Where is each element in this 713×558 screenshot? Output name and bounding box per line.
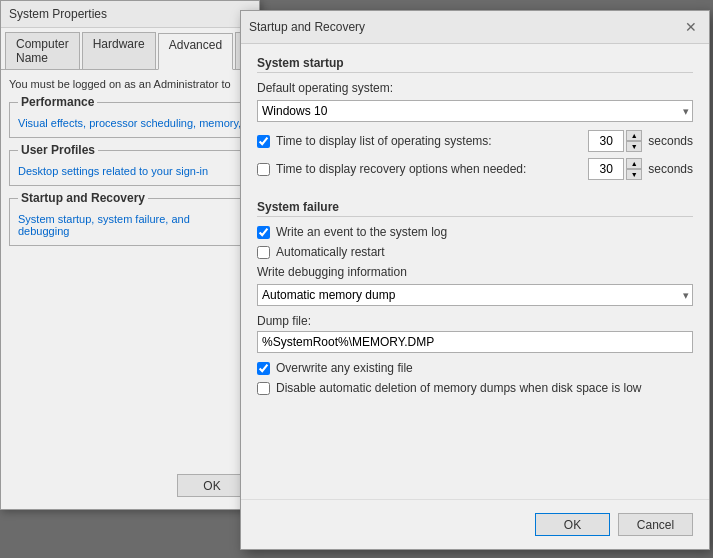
disable-auto-delete-label: Disable automatic deletion of memory dum…	[276, 381, 642, 395]
auto-restart-label: Automatically restart	[276, 245, 385, 259]
system-failure-label: System failure	[257, 200, 693, 217]
tab-hardware[interactable]: Hardware	[82, 32, 156, 69]
dump-file-label: Dump file:	[257, 314, 693, 328]
disable-auto-delete-row[interactable]: Disable automatic deletion of memory dum…	[257, 381, 693, 395]
user-profiles-section: User Profiles Desktop settings related t…	[9, 150, 251, 186]
debug-dropdown-row: Automatic memory dump	[257, 284, 693, 306]
sar-content: System startup Default operating system:…	[241, 44, 709, 522]
sys-props-titlebar: System Properties	[1, 1, 259, 28]
sys-props-tabs: Computer Name Hardware Advanced Syst	[1, 28, 259, 70]
system-startup-label: System startup	[257, 56, 693, 73]
time-display-recovery-checkbox[interactable]	[257, 163, 270, 176]
write-debug-label: Write debugging information	[257, 265, 693, 279]
overwrite-checkbox[interactable]	[257, 362, 270, 375]
time-display-list-checkbox-label[interactable]: Time to display list of operating system…	[257, 134, 588, 148]
time-display-recovery-unit: seconds	[648, 162, 693, 176]
time-display-recovery-label: Time to display recovery options when ne…	[276, 162, 526, 176]
performance-section: Performance Visual effects, processor sc…	[9, 102, 251, 138]
time-display-list-down[interactable]: ▼	[626, 141, 642, 152]
dump-file-input[interactable]	[257, 331, 693, 353]
startup-recovery-body: System startup, system failure, and debu…	[18, 213, 242, 237]
overwrite-row[interactable]: Overwrite any existing file	[257, 361, 693, 375]
admin-note: You must be logged on as an Administrato…	[9, 78, 251, 90]
default-os-label: Default operating system:	[257, 81, 693, 95]
write-event-label: Write an event to the system log	[276, 225, 447, 239]
default-os-select-wrapper[interactable]: Windows 10	[257, 100, 693, 122]
time-display-list-row: Time to display list of operating system…	[257, 130, 693, 152]
tab-advanced[interactable]: Advanced	[158, 33, 233, 70]
time-display-list-checkbox[interactable]	[257, 135, 270, 148]
write-event-row[interactable]: Write an event to the system log	[257, 225, 693, 239]
write-event-checkbox[interactable]	[257, 226, 270, 239]
auto-restart-checkbox[interactable]	[257, 246, 270, 259]
time-display-recovery-spinner: ▲ ▼ seconds	[588, 158, 693, 180]
time-display-recovery-up[interactable]: ▲	[626, 158, 642, 169]
time-display-list-spinner-buttons: ▲ ▼	[626, 130, 642, 152]
debug-select-wrapper[interactable]: Automatic memory dump	[257, 284, 693, 306]
auto-restart-row[interactable]: Automatically restart	[257, 245, 693, 259]
sys-props-ok-button[interactable]: OK	[177, 474, 247, 497]
close-button[interactable]: ✕	[681, 17, 701, 37]
performance-title: Performance	[18, 95, 97, 109]
sys-props-title: System Properties	[9, 7, 107, 21]
overwrite-label: Overwrite any existing file	[276, 361, 413, 375]
sar-dialog-title: Startup and Recovery	[249, 20, 365, 34]
time-display-list-spinner: ▲ ▼ seconds	[588, 130, 693, 152]
sar-titlebar: Startup and Recovery ✕	[241, 11, 709, 44]
time-display-list-input[interactable]	[588, 130, 624, 152]
time-display-recovery-row: Time to display recovery options when ne…	[257, 158, 693, 180]
time-display-recovery-checkbox-label[interactable]: Time to display recovery options when ne…	[257, 162, 588, 176]
user-profiles-body: Desktop settings related to your sign-in	[18, 165, 242, 177]
disable-auto-delete-checkbox[interactable]	[257, 382, 270, 395]
time-display-list-label: Time to display list of operating system…	[276, 134, 492, 148]
system-properties-window: System Properties Computer Name Hardware…	[0, 0, 260, 510]
startup-recovery-section: Startup and Recovery System startup, sys…	[9, 198, 251, 246]
tab-computer-name[interactable]: Computer Name	[5, 32, 80, 69]
time-display-recovery-input[interactable]	[588, 158, 624, 180]
sys-props-content: You must be logged on as an Administrato…	[1, 70, 259, 266]
default-os-select[interactable]: Windows 10	[257, 100, 693, 122]
sar-footer: OK Cancel	[241, 499, 709, 549]
time-display-recovery-spinner-buttons: ▲ ▼	[626, 158, 642, 180]
cancel-button[interactable]: Cancel	[618, 513, 693, 536]
time-display-list-unit: seconds	[648, 134, 693, 148]
time-display-list-up[interactable]: ▲	[626, 130, 642, 141]
startup-recovery-title: Startup and Recovery	[18, 191, 148, 205]
ok-button[interactable]: OK	[535, 513, 610, 536]
default-os-row: Windows 10	[257, 100, 693, 122]
performance-body: Visual effects, processor scheduling, me…	[18, 117, 242, 129]
user-profiles-title: User Profiles	[18, 143, 98, 157]
time-display-recovery-down[interactable]: ▼	[626, 169, 642, 180]
startup-and-recovery-dialog: Startup and Recovery ✕ System startup De…	[240, 10, 710, 550]
debug-select[interactable]: Automatic memory dump	[257, 284, 693, 306]
